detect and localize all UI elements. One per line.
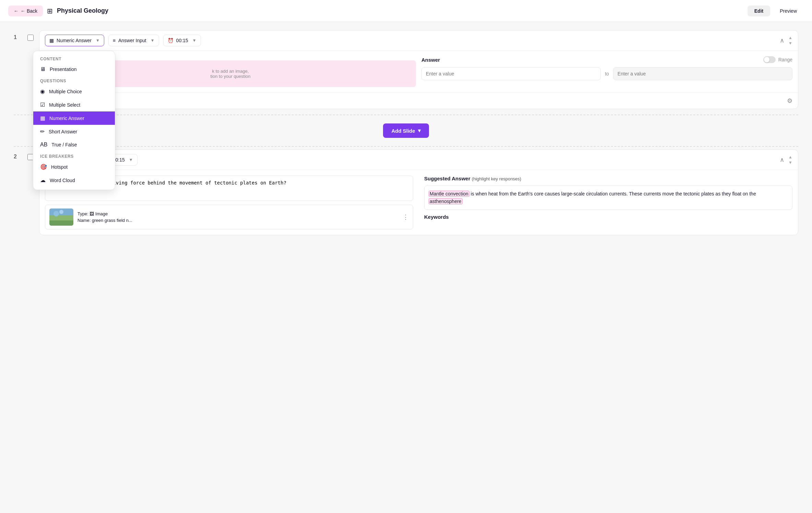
slide-number-1: 1 — [14, 30, 22, 40]
header-left: ← ← Back ⊞ Physical Geology — [8, 5, 108, 16]
menu-item-presentation-label: Presentation — [50, 67, 77, 72]
menu-item-numeric-answer-label: Numeric Answer — [49, 116, 84, 121]
image-type-row: Type: 🖼 Image — [77, 211, 398, 217]
menu-item-multiple-choice[interactable]: ◉ Multiple Choice — [33, 85, 115, 98]
collapse-button-1[interactable]: ∧ — [780, 37, 784, 44]
edit-button[interactable]: Edit — [748, 5, 770, 16]
reorder-up-icon-2[interactable]: ▲ — [788, 155, 792, 159]
range-toggle[interactable]: Range — [763, 56, 792, 63]
numeric-answer-menu-icon: ▦ — [40, 115, 45, 121]
presentation-icon: 🖥 — [40, 66, 46, 72]
numeric-answer-icon: ▦ — [49, 38, 54, 43]
menu-section-content: Content — [33, 54, 115, 63]
menu-item-multiple-choice-label: Multiple Choice — [49, 89, 82, 94]
image-card-2: Type: 🖼 Image Name: green grass field n.… — [45, 205, 413, 229]
answer-input-chevron: ▼ — [151, 38, 155, 43]
preview-button[interactable]: Preview — [773, 5, 804, 16]
menu-item-hotspot[interactable]: 🎯 Hotspot — [33, 160, 115, 174]
svg-rect-2 — [49, 215, 73, 220]
suggested-text-mid: is when heat from the Earth's core cause… — [469, 191, 756, 196]
answer-input-dropdown-1[interactable]: ≡ Answer Input ▼ — [108, 35, 159, 46]
menu-section-questions: Questions — [33, 76, 115, 85]
answer-inputs: to — [421, 67, 792, 80]
settings-button-1[interactable]: ⚙ — [787, 97, 792, 105]
svg-point-4 — [59, 210, 63, 214]
time-label-1: 00:15 — [176, 38, 188, 43]
menu-section-ice-breakers: Ice Breakers — [33, 151, 115, 160]
slide-1-right: Answer Range to — [421, 56, 792, 87]
menu-item-word-cloud[interactable]: ☁ Word Cloud — [33, 174, 115, 187]
answer-input-icon: ≡ — [113, 38, 116, 43]
reorder-buttons-2[interactable]: ▲ ▼ — [788, 155, 792, 165]
true-false-icon: AB — [40, 142, 47, 148]
image-type-icon: 🖼 — [89, 211, 95, 216]
menu-item-true-false[interactable]: AB True / False — [33, 138, 115, 151]
add-slide-row: Add Slide ▾ — [14, 118, 798, 143]
svg-point-3 — [53, 211, 59, 216]
menu-item-word-cloud-label: Word Cloud — [50, 178, 75, 183]
menu-item-hotspot-label: Hotspot — [51, 164, 68, 170]
image-name-value: green grass field n... — [92, 218, 132, 223]
answer-label-row: Answer Range — [421, 56, 792, 63]
slide-1-footer: 🗑 Delete ⚙ — [39, 93, 798, 109]
answer-value-input-2[interactable] — [613, 67, 792, 80]
type-dropdown-chevron: ▼ — [96, 38, 100, 43]
menu-item-short-answer-label: Short Answer — [49, 129, 77, 134]
menu-item-presentation[interactable]: 🖥 Presentation — [33, 63, 115, 76]
collapse-button-2[interactable]: ∧ — [780, 156, 784, 164]
suggested-answer-sublabel: (highlight key responses) — [472, 176, 522, 181]
multiple-select-icon: ☑ — [40, 102, 45, 108]
type-label-1: Numeric Answer — [57, 38, 92, 43]
type-dropdown-menu: Content 🖥 Presentation Questions ◉ Multi… — [33, 51, 115, 190]
add-slide-button[interactable]: Add Slide ▾ — [383, 123, 429, 138]
time-dropdown-1[interactable]: ⏰ 00:15 ▼ — [163, 35, 201, 46]
answer-value-input-1[interactable] — [421, 67, 601, 80]
multiple-choice-icon: ◉ — [40, 88, 45, 95]
slide-number-2: 2 — [14, 150, 22, 160]
slide-2-header: ≡ Answer Input ▼ ⏰ 00:15 ▼ ∧ ▲ ▼ — [39, 150, 798, 170]
page-title: Physical Geology — [57, 7, 108, 14]
slide-checkbox-1[interactable] — [27, 35, 34, 41]
suggested-answer-title: Suggested Answer — [424, 176, 470, 181]
image-type-value: Image — [95, 211, 108, 216]
range-label: Range — [778, 57, 792, 62]
slide-card-1: ▦ Numeric Answer ▼ ≡ Answer Input ▼ ⏰ 00… — [39, 30, 798, 109]
type-dropdown-1[interactable]: ▦ Numeric Answer ▼ — [45, 35, 104, 46]
range-toggle-switch[interactable] — [763, 56, 776, 63]
reorder-buttons-1[interactable]: ▲ ▼ — [788, 35, 792, 46]
slide-1-body: k to add an image,tion to your question … — [39, 51, 798, 93]
suggested-answer-label: Suggested Answer (highlight key response… — [424, 176, 792, 181]
menu-item-short-answer[interactable]: ✏ Short Answer — [33, 125, 115, 138]
menu-item-true-false-label: True / False — [51, 142, 77, 147]
slide-row-2: 2 ≡ Answer Input ▼ ⏰ 00:15 ▼ ∧ ▲ ▼ — [14, 150, 798, 235]
slide-row-1: 1 ▦ Numeric Answer ▼ ≡ Answer Input ▼ ⏰ … — [14, 30, 798, 109]
keywords-label: Keywords — [424, 214, 792, 220]
image-thumbnail-2 — [49, 208, 73, 226]
highlight-asthenosphere: asthenosphere — [429, 198, 463, 204]
reorder-up-icon[interactable]: ▲ — [788, 35, 792, 40]
suggested-text-area[interactable]: Mantle convection is when heat from the … — [424, 186, 792, 210]
answer-input-label-1: Answer Input — [118, 38, 146, 43]
reorder-down-icon[interactable]: ▼ — [788, 41, 792, 46]
header-right: Edit Preview — [748, 5, 804, 16]
to-text: to — [605, 71, 609, 76]
header: ← ← Back ⊞ Physical Geology Edit Preview — [0, 0, 812, 22]
layers-icon: ⊞ — [47, 7, 53, 15]
toggle-thumb — [764, 57, 769, 62]
menu-item-multiple-select[interactable]: ☑ Multiple Select — [33, 98, 115, 111]
image-menu-button[interactable]: ⋮ — [403, 213, 409, 221]
menu-item-multiple-select-label: Multiple Select — [49, 102, 80, 108]
menu-item-numeric-answer[interactable]: ▦ Numeric Answer — [33, 111, 115, 125]
dashed-divider — [14, 115, 798, 115]
reorder-down-icon-2[interactable]: ▼ — [788, 160, 792, 165]
highlight-mantle-convection: Mantle convection — [429, 191, 469, 197]
image-info: Type: 🖼 Image Name: green grass field n.… — [77, 211, 398, 224]
back-button[interactable]: ← ← Back — [8, 5, 43, 16]
image-name-row: Name: green grass field n... — [77, 217, 398, 224]
add-slide-label: Add Slide — [391, 128, 415, 134]
image-name-label: Name: — [77, 218, 91, 223]
slide-card-2: ≡ Answer Input ▼ ⏰ 00:15 ▼ ∧ ▲ ▼ — [39, 150, 798, 235]
slide-2-right: Suggested Answer (highlight key response… — [419, 170, 798, 235]
hotspot-icon: 🎯 — [40, 164, 47, 170]
main-content: 1 ▦ Numeric Answer ▼ ≡ Answer Input ▼ ⏰ … — [0, 22, 812, 249]
